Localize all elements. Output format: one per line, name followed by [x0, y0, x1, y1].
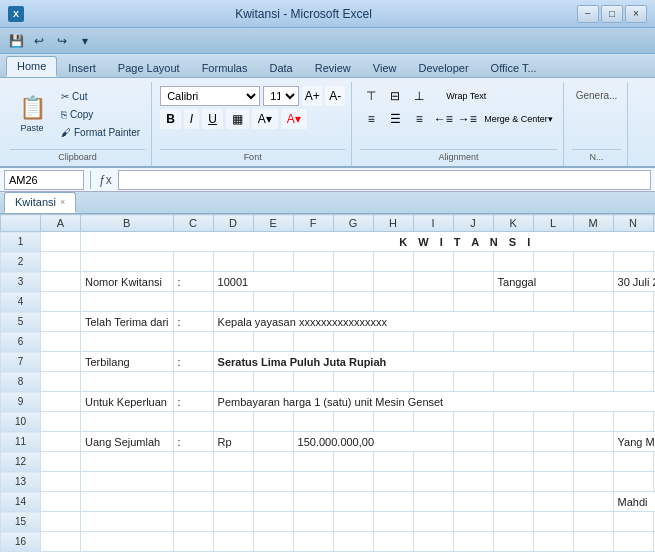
cell-B6[interactable] — [81, 332, 174, 352]
cell-H6[interactable] — [373, 332, 413, 352]
cell-B13[interactable] — [81, 472, 174, 492]
cell-H2[interactable] — [373, 252, 413, 272]
cell-H12[interactable] — [373, 452, 413, 472]
underline-button[interactable]: U — [202, 109, 223, 129]
cell-G13[interactable] — [333, 472, 373, 492]
cell-A13[interactable] — [41, 472, 81, 492]
formula-input[interactable] — [118, 170, 651, 190]
cell-E10[interactable] — [253, 412, 293, 432]
cell-E15[interactable] — [253, 512, 293, 532]
cell-N15[interactable] — [613, 512, 653, 532]
cell-M15[interactable] — [573, 512, 613, 532]
cell-I15[interactable] — [413, 512, 453, 532]
cell-K12[interactable] — [493, 452, 533, 472]
cell-A6[interactable] — [41, 332, 81, 352]
cell-D13[interactable] — [213, 472, 253, 492]
cell-L15[interactable] — [533, 512, 573, 532]
cell-A14[interactable] — [41, 492, 81, 512]
cell-N3[interactable]: 30 Juli 2014 — [613, 272, 655, 292]
cell-L8[interactable] — [533, 372, 573, 392]
cell-F2[interactable] — [293, 252, 333, 272]
align-middle-button[interactable]: ⊟ — [384, 86, 406, 106]
cell-I8[interactable] — [413, 372, 453, 392]
cell-J12[interactable] — [453, 452, 493, 472]
cell-K3[interactable]: Tanggal — [493, 272, 573, 292]
cell-B2[interactable] — [81, 252, 174, 272]
cell-K15[interactable] — [493, 512, 533, 532]
spreadsheet-container[interactable]: A B C D E F G H I J K L M N O P Q R S T — [0, 214, 655, 553]
cell-I13[interactable] — [413, 472, 453, 492]
cell-K10[interactable] — [493, 412, 533, 432]
cell-K2[interactable] — [493, 252, 533, 272]
merge-center-button[interactable]: Merge & Center ▾ — [480, 109, 557, 129]
cell-A1[interactable] — [41, 232, 81, 252]
cell-H4[interactable] — [373, 292, 413, 312]
tab-home[interactable]: Home — [6, 56, 57, 77]
cell-J13[interactable] — [453, 472, 493, 492]
cell-B4[interactable] — [81, 292, 174, 312]
cut-button[interactable]: ✂ Cut — [56, 88, 145, 105]
tab-insert[interactable]: Insert — [57, 58, 107, 77]
cell-F10[interactable] — [293, 412, 333, 432]
cell-G15[interactable] — [333, 512, 373, 532]
cell-I10[interactable] — [413, 412, 453, 432]
cell-N13[interactable] — [613, 472, 653, 492]
cell-E12[interactable] — [253, 452, 293, 472]
cell-H10[interactable] — [373, 412, 413, 432]
border-button[interactable]: ▦ — [226, 109, 249, 129]
cell-C2[interactable] — [173, 252, 213, 272]
col-header-D[interactable]: D — [213, 215, 253, 232]
copy-button[interactable]: ⎘ Copy — [56, 106, 145, 123]
cell-G2[interactable] — [333, 252, 373, 272]
cell-A7[interactable] — [41, 352, 81, 372]
cell-F14[interactable] — [293, 492, 333, 512]
cell-M11[interactable] — [573, 432, 613, 452]
cell-M14[interactable] — [573, 492, 613, 512]
cell-J2[interactable] — [453, 252, 493, 272]
cell-J3[interactable] — [453, 272, 493, 292]
cell-L14[interactable] — [533, 492, 573, 512]
align-bottom-button[interactable]: ⊥ — [408, 86, 430, 106]
wrap-text-button[interactable]: Wrap Text — [442, 86, 490, 106]
cell-K6[interactable] — [493, 332, 533, 352]
cell-E11[interactable] — [253, 432, 293, 452]
cell-N7[interactable] — [613, 352, 653, 372]
cell-C3[interactable]: : — [173, 272, 213, 292]
cell-N6[interactable] — [613, 332, 653, 352]
cell-K8[interactable] — [493, 372, 533, 392]
cell-J16[interactable] — [453, 532, 493, 552]
col-header-A[interactable]: A — [41, 215, 81, 232]
shrink-font-button[interactable]: A- — [325, 86, 345, 106]
cell-A12[interactable] — [41, 452, 81, 472]
cell-G6[interactable] — [333, 332, 373, 352]
cell-D9[interactable]: Pembayaran harga 1 (satu) unit Mesin Gen… — [213, 392, 655, 412]
format-painter-button[interactable]: 🖌 Format Painter — [56, 124, 145, 141]
paste-button[interactable]: 📋 Paste — [10, 86, 54, 142]
cell-L16[interactable] — [533, 532, 573, 552]
function-button[interactable]: ƒx — [97, 171, 114, 189]
cell-B7[interactable]: Terbilang — [81, 352, 174, 372]
cell-E6[interactable] — [253, 332, 293, 352]
cell-I2[interactable] — [413, 252, 453, 272]
cell-C5[interactable]: : — [173, 312, 213, 332]
align-top-button[interactable]: ⊤ — [360, 86, 382, 106]
cell-K13[interactable] — [493, 472, 533, 492]
align-right-button[interactable]: ≡ — [408, 109, 430, 129]
cell-B1-merged[interactable]: K W I T A N S I — [81, 232, 656, 252]
cell-A2[interactable] — [41, 252, 81, 272]
cell-G3[interactable] — [333, 272, 373, 292]
cell-K4[interactable] — [493, 292, 533, 312]
sheet-tab-kwitansi[interactable]: Kwitansi × — [4, 192, 76, 213]
cell-D16[interactable] — [213, 532, 253, 552]
cell-D15[interactable] — [213, 512, 253, 532]
tab-review[interactable]: Review — [304, 58, 362, 77]
italic-button[interactable]: I — [184, 109, 199, 129]
cell-F12[interactable] — [293, 452, 333, 472]
col-header-H[interactable]: H — [373, 215, 413, 232]
cell-I6[interactable] — [413, 332, 453, 352]
cell-D8[interactable] — [213, 372, 253, 392]
grow-font-button[interactable]: A+ — [302, 86, 322, 106]
increase-indent-button[interactable]: →≡ — [456, 109, 478, 129]
cell-A11[interactable] — [41, 432, 81, 452]
undo-quick-button[interactable]: ↩ — [29, 31, 49, 51]
